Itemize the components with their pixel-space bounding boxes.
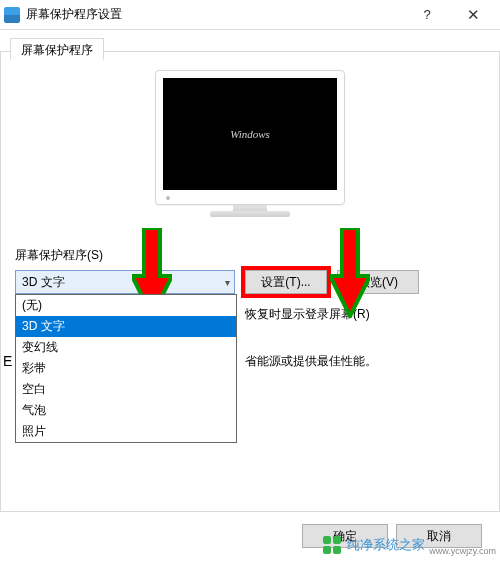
settings-button[interactable]: 设置(T)... — [245, 270, 327, 294]
watermark: 纯净系统之家 www.ycwjzy.com — [323, 534, 496, 556]
monitor-bezel-bar — [163, 196, 337, 200]
watermark-logo-icon — [323, 536, 341, 554]
watermark-brand: 纯净系统之家 — [347, 536, 425, 554]
option-bubbles[interactable]: 气泡 — [16, 400, 236, 421]
watermark-url: www.ycwjzy.com — [429, 546, 496, 556]
monitor-screen: Windows — [163, 78, 337, 190]
option-photos[interactable]: 照片 — [16, 421, 236, 442]
help-button[interactable]: ? — [404, 1, 450, 29]
option-ribbons[interactable]: 彩带 — [16, 358, 236, 379]
energy-description: 省能源或提供最佳性能。 — [245, 353, 485, 370]
settings-button-label: 设置(T)... — [261, 274, 310, 291]
monitor-preview: Windows — [155, 70, 345, 205]
titlebar: 屏幕保护程序设置 ? ✕ — [0, 0, 500, 30]
screensaver-controls-row: 3D 文字 ▾ (无) 3D 文字 变幻线 彩带 空白 气泡 照片 设置(T).… — [15, 270, 485, 294]
app-icon — [4, 7, 20, 23]
preview-button[interactable]: 预览(V) — [337, 270, 419, 294]
screensaver-combo[interactable]: 3D 文字 ▾ (无) 3D 文字 变幻线 彩带 空白 气泡 照片 — [15, 270, 235, 294]
tab-panel: Windows 屏幕保护程序(S) 3D 文字 ▾ — [0, 51, 500, 512]
option-3d-text[interactable]: 3D 文字 — [16, 316, 236, 337]
monitor-stand — [155, 205, 345, 217]
window-title: 屏幕保护程序设置 — [26, 6, 404, 23]
group-label-screensaver: 屏幕保护程序(S) — [15, 247, 485, 264]
chevron-down-icon: ▾ — [225, 277, 230, 288]
screensaver-preview-text: Windows — [230, 128, 270, 140]
close-button[interactable]: ✕ — [450, 1, 496, 29]
screensaver-dropdown-list: (无) 3D 文字 变幻线 彩带 空白 气泡 照片 — [15, 294, 237, 443]
tab-screensaver[interactable]: 屏幕保护程序 — [10, 38, 104, 60]
monitor-preview-wrap: Windows — [15, 70, 485, 217]
energy-prefix: E — [3, 353, 12, 369]
client-area: 屏幕保护程序 Windows 屏幕保 — [0, 30, 500, 562]
resume-checkbox-label: 恢复时显示登录屏幕(R) — [245, 306, 485, 323]
option-blank[interactable]: 空白 — [16, 379, 236, 400]
option-mystify[interactable]: 变幻线 — [16, 337, 236, 358]
preview-button-label: 预览(V) — [358, 274, 398, 291]
combo-selected-text: 3D 文字 — [22, 274, 65, 291]
option-none[interactable]: (无) — [16, 295, 236, 316]
